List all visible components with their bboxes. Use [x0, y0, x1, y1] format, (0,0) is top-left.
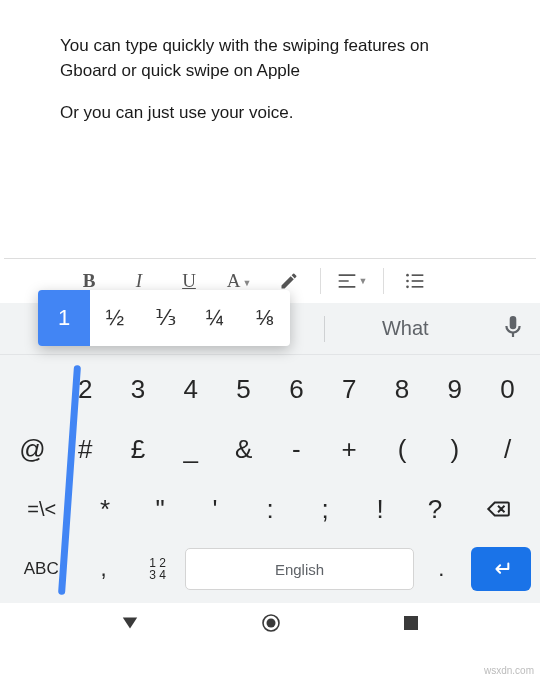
svg-point-1 [406, 280, 409, 283]
key-3[interactable]: 3 [112, 361, 165, 417]
document-editor[interactable]: You can type quickly with the swiping fe… [0, 0, 540, 258]
long-press-popup: 1 ½ ⅓ ¼ ⅛ [38, 290, 290, 346]
svg-point-2 [406, 286, 409, 289]
key-5[interactable]: 5 [217, 361, 270, 417]
key-more-symbols[interactable]: =\< [6, 481, 78, 537]
align-button[interactable]: ▼ [327, 273, 377, 289]
nav-back-icon[interactable] [121, 614, 139, 636]
key-pound[interactable]: £ [112, 421, 165, 477]
key-dash[interactable]: - [270, 421, 323, 477]
key-0[interactable]: 0 [481, 361, 534, 417]
underline-button[interactable]: U [164, 270, 214, 292]
italic-button[interactable]: I [114, 270, 164, 292]
svg-rect-5 [404, 616, 418, 630]
key-star[interactable]: * [78, 481, 133, 537]
key-comma[interactable]: , [76, 541, 130, 597]
paragraph[interactable]: You can type quickly with the swiping fe… [60, 34, 480, 83]
android-navbar [0, 603, 540, 647]
key-4[interactable]: 4 [164, 361, 217, 417]
separator [383, 268, 384, 294]
key-dquote[interactable]: " [133, 481, 188, 537]
key-6[interactable]: 6 [270, 361, 323, 417]
watermark: wsxdn.com [484, 665, 534, 676]
key-lparen[interactable]: ( [376, 421, 429, 477]
text-color-button[interactable]: A▼ [214, 270, 264, 292]
keyboard-row: =\< * " ' : ; ! ? [6, 481, 534, 537]
svg-point-4 [267, 619, 276, 628]
key-underscore[interactable]: _ [164, 421, 217, 477]
key-rparen[interactable]: ) [428, 421, 481, 477]
popup-option[interactable]: ½ [90, 305, 140, 331]
keyboard-row: @ # £ _ & - + ( ) / [6, 421, 534, 477]
key-semicolon[interactable]: ; [298, 481, 353, 537]
nav-recent-icon[interactable] [403, 615, 419, 635]
key-8[interactable]: 8 [376, 361, 429, 417]
key-question[interactable]: ? [408, 481, 463, 537]
key-slash[interactable]: / [481, 421, 534, 477]
popup-option[interactable]: ⅓ [140, 305, 190, 331]
key-7[interactable]: 7 [323, 361, 376, 417]
keyboard-row: 1 2 3 4 5 6 7 8 9 0 [6, 361, 534, 417]
popup-option[interactable]: ⅛ [240, 305, 290, 331]
key-ampersand[interactable]: & [217, 421, 270, 477]
keyboard: 1 2 3 4 5 6 7 8 9 0 @ # £ _ & - + ( ) / … [0, 355, 540, 603]
bold-button[interactable]: B [64, 270, 114, 292]
list-button[interactable] [390, 273, 440, 289]
key-period[interactable]: . [414, 541, 468, 597]
key-2[interactable]: 2 [59, 361, 112, 417]
spacebar[interactable]: English [185, 548, 415, 590]
svg-point-0 [406, 274, 409, 277]
popup-option[interactable]: ¼ [190, 305, 240, 331]
key-numbers[interactable]: 1 23 4 [131, 541, 185, 597]
key-hash[interactable]: # [59, 421, 112, 477]
keyboard-row: ABC , 1 23 4 English . [6, 541, 534, 597]
key-mode-abc[interactable]: ABC [6, 541, 76, 597]
separator [320, 268, 321, 294]
key-at[interactable]: @ [6, 421, 59, 477]
key-plus[interactable]: + [323, 421, 376, 477]
backspace-key[interactable] [463, 481, 535, 537]
key-colon[interactable]: : [243, 481, 298, 537]
key-bang[interactable]: ! [353, 481, 408, 537]
mic-icon[interactable] [486, 316, 540, 342]
enter-key[interactable] [471, 547, 531, 591]
highlight-button[interactable] [264, 271, 314, 291]
popup-primary-key[interactable]: 1 [38, 290, 90, 346]
key-9[interactable]: 9 [428, 361, 481, 417]
key-squote[interactable]: ' [188, 481, 243, 537]
nav-home-icon[interactable] [261, 613, 281, 637]
suggestion[interactable]: What [325, 317, 486, 340]
paragraph[interactable]: Or you can just use your voice. [60, 101, 480, 126]
